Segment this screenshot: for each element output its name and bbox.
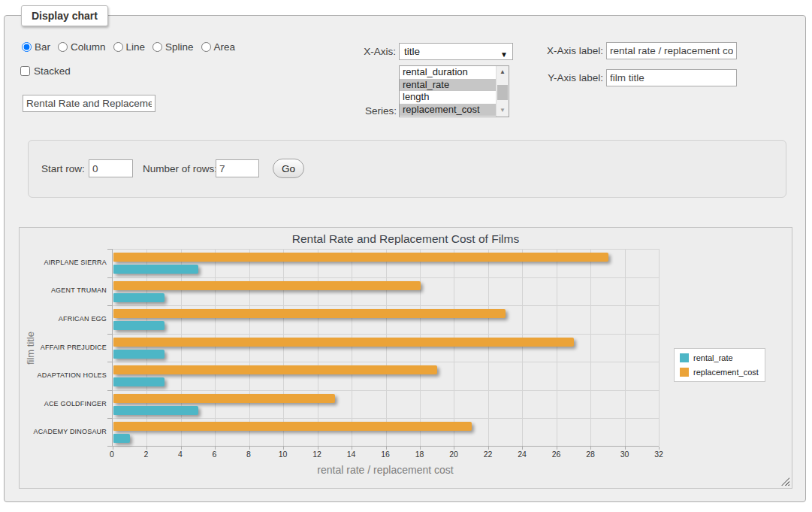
fieldset-legend: Display chart: [21, 5, 108, 26]
chart-type-label: Area: [214, 41, 236, 53]
x-axis-select[interactable]: title ▼: [399, 43, 513, 60]
x-tick-label: 20: [449, 450, 458, 459]
gridline-horizontal: [113, 277, 659, 278]
category-label: AGENT TRUMAN: [14, 286, 107, 294]
series-option-replacement_cost[interactable]: replacement_cost: [400, 104, 496, 117]
bar-replacement_cost: [113, 422, 472, 431]
x-tick-label: 4: [178, 450, 183, 459]
series-option-rental_rate[interactable]: rental_rate: [400, 79, 496, 92]
y-axis-tick-mark: [107, 305, 113, 306]
scrollbar-thumb[interactable]: [497, 85, 508, 100]
chart-type-option-area[interactable]: Area: [201, 41, 236, 53]
gridline-vertical: [386, 249, 387, 446]
number-of-rows-input[interactable]: [216, 159, 259, 177]
x-axis-label-input[interactable]: [606, 42, 737, 59]
plot-area: AIRPLANE SIERRAAGENT TRUMANAFRICAN EGGAF…: [112, 249, 659, 447]
y-axis-label-input[interactable]: [606, 69, 737, 86]
series-option-rental_duration[interactable]: rental_duration: [400, 66, 496, 79]
x-tick-label: 8: [246, 450, 251, 459]
legend-item-replacement_cost[interactable]: replacement_cost: [680, 368, 759, 377]
gridline-horizontal: [113, 305, 659, 306]
category-label: AFFAIR PREJUDICE: [14, 344, 107, 351]
chevron-down-icon: ▼: [500, 47, 508, 62]
series-scrollbar[interactable]: ▲ ▼: [496, 66, 509, 117]
stacked-checkbox[interactable]: [20, 66, 30, 76]
gridline-vertical: [659, 249, 660, 446]
x-tick-label: 14: [347, 450, 356, 459]
page: Display chart BarColumnLineSplineArea St…: [0, 0, 812, 512]
gridline-horizontal: [113, 418, 659, 419]
gridline-vertical: [522, 249, 523, 446]
chart-title-input[interactable]: [23, 95, 155, 112]
bar-replacement_cost: [113, 253, 608, 262]
x-tick-label: 22: [484, 450, 493, 459]
bar-rental_rate: [113, 377, 165, 386]
x-tick-label: 26: [552, 450, 561, 459]
start-row-input[interactable]: [89, 159, 133, 177]
chart-type-option-spline[interactable]: Spline: [152, 41, 194, 53]
chart-x-axis-title: rental rate / replacement cost: [112, 464, 659, 476]
start-row-label: Start row:: [41, 163, 85, 174]
bar-replacement_cost: [113, 394, 335, 403]
x-tick-label: 0: [110, 450, 114, 459]
resize-handle-icon[interactable]: [781, 477, 789, 486]
gridline-vertical: [454, 249, 454, 446]
chart-type-radio-bar[interactable]: [22, 42, 32, 52]
bar-rental_rate: [113, 406, 198, 415]
chart-type-label: Spline: [165, 41, 194, 53]
legend-swatch-icon: [680, 353, 689, 362]
y-axis-tick-mark: [107, 418, 113, 419]
scroll-down-icon[interactable]: ▼: [497, 105, 509, 117]
y-axis-tick-mark: [107, 390, 113, 391]
chart-type-radio-column[interactable]: [58, 42, 68, 52]
series-select-label: Series:: [321, 105, 397, 117]
chart-type-label: Line: [126, 41, 146, 53]
bar-replacement_cost: [113, 281, 421, 290]
chart-type-radio-group: BarColumnLineSplineArea: [22, 41, 235, 53]
x-tick-label: 12: [312, 450, 321, 459]
chart-legend: rental_ratereplacement_cost: [674, 348, 765, 382]
legend-label: replacement_cost: [693, 368, 759, 377]
bar-replacement_cost: [113, 338, 574, 347]
category-label: ACADEMY DINOSAUR: [14, 428, 107, 435]
y-axis-tick-mark: [107, 446, 113, 447]
legend-item-rental_rate[interactable]: rental_rate: [680, 353, 759, 362]
series-options-list: rental_durationrental_ratelengthreplacem…: [400, 66, 496, 117]
gridline-vertical: [352, 249, 352, 446]
gridline-vertical: [488, 249, 489, 446]
stacked-checkbox-row: Stacked: [20, 65, 71, 77]
number-of-rows-label: Number of rows:: [143, 163, 217, 174]
gridline-vertical: [181, 249, 182, 446]
scroll-up-icon[interactable]: ▲: [497, 66, 509, 78]
chart-type-option-bar[interactable]: Bar: [22, 41, 50, 53]
go-button[interactable]: Go: [273, 159, 304, 178]
y-axis-tick-mark: [107, 362, 113, 362]
legend-swatch-icon: [680, 368, 689, 377]
x-axis-selected-value: title: [404, 46, 420, 57]
chart-type-radio-spline[interactable]: [152, 42, 162, 52]
gridline-horizontal: [113, 362, 659, 362]
gridline-horizontal: [113, 249, 659, 250]
chart-type-radio-line[interactable]: [113, 42, 123, 52]
y-axis-tick-mark: [107, 334, 113, 335]
x-tick-label: 18: [415, 450, 424, 459]
x-tick-label: 6: [213, 450, 217, 459]
chart-type-radio-area[interactable]: [201, 42, 211, 52]
x-tick-label: 30: [620, 450, 629, 459]
category-label: AFRICAN EGG: [14, 315, 107, 323]
gridline-vertical: [249, 249, 250, 446]
x-tick-label: 32: [654, 450, 663, 459]
x-tick-label: 10: [279, 450, 288, 459]
x-axis-label-label: X-Axis label:: [528, 45, 603, 56]
chart-type-label: Column: [71, 41, 106, 53]
category-label: ACE GOLDFINGER: [14, 400, 107, 407]
series-option-length[interactable]: length: [400, 91, 496, 104]
bar-replacement_cost: [113, 365, 437, 374]
stacked-label: Stacked: [34, 65, 71, 77]
gridline-vertical: [215, 249, 216, 446]
chart-type-option-line[interactable]: Line: [113, 41, 146, 53]
chart-type-label: Bar: [35, 41, 50, 53]
series-multiselect[interactable]: rental_durationrental_ratelengthreplacem…: [399, 65, 509, 117]
chart-type-option-column[interactable]: Column: [58, 41, 106, 53]
gridline-vertical: [557, 249, 557, 446]
